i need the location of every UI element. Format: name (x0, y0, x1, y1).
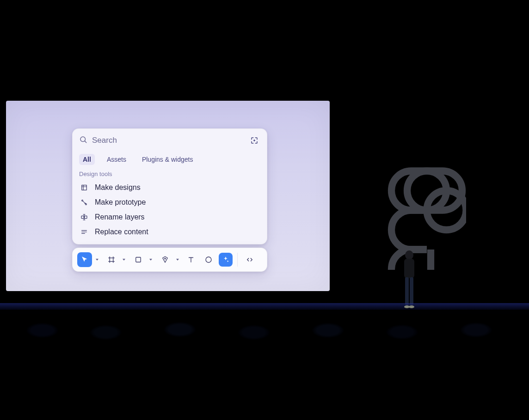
item-make-designs[interactable]: Make designs (76, 180, 263, 195)
actions-tool[interactable] (219, 253, 233, 267)
toolbar (72, 248, 267, 272)
frame-tool-caret[interactable] (120, 252, 126, 267)
search-icon (79, 135, 87, 146)
svg-rect-25 (404, 259, 414, 278)
pen-tool[interactable] (158, 252, 172, 267)
item-label: Make prototype (95, 198, 146, 207)
shape-tool-caret[interactable] (147, 252, 153, 267)
palette-tabs: All Assets Plugins & widgets (73, 151, 267, 170)
dev-mode-tool[interactable] (242, 252, 257, 267)
text-tool[interactable] (184, 252, 198, 267)
command-palette: All Assets Plugins & widgets Design tool… (72, 128, 267, 244)
section-label: Design tools (73, 170, 267, 180)
search-input[interactable] (92, 136, 244, 145)
audience-silhouette (0, 310, 529, 351)
frame-tool[interactable] (104, 252, 119, 267)
move-tool-caret[interactable] (93, 252, 99, 267)
stage-photo: All Assets Plugins & widgets Design tool… (0, 0, 529, 420)
toolbar-divider (237, 253, 238, 267)
item-label: Rename layers (95, 213, 145, 221)
tab-assets[interactable]: Assets (103, 154, 130, 165)
svg-point-20 (165, 258, 166, 259)
svg-rect-4 (82, 185, 87, 190)
tab-all[interactable]: All (79, 154, 95, 165)
comment-tool[interactable] (201, 252, 216, 267)
svg-point-24 (405, 250, 413, 260)
search-row (73, 129, 267, 151)
svg-rect-26 (405, 277, 409, 305)
svg-rect-27 (410, 277, 413, 305)
move-tool[interactable] (77, 252, 92, 267)
item-rename-layers[interactable]: Rename layers (76, 210, 263, 225)
svg-line-1 (85, 141, 86, 142)
palette-items: Make designs Make prototype Rename layer… (73, 180, 267, 244)
item-label: Make designs (95, 183, 141, 192)
item-make-prototype[interactable]: Make prototype (76, 195, 263, 210)
item-replace-content[interactable]: Replace content (76, 225, 263, 239)
frame-icon (80, 184, 88, 191)
shape-tool[interactable] (131, 252, 146, 267)
pen-tool-caret[interactable] (173, 252, 180, 267)
replace-content-icon (80, 228, 88, 236)
prototype-icon (80, 199, 88, 206)
svg-rect-11 (85, 216, 87, 218)
svg-rect-10 (81, 216, 84, 218)
item-label: Replace content (95, 228, 148, 236)
svg-rect-19 (136, 257, 141, 262)
expand-icon[interactable] (248, 134, 260, 146)
rename-icon (80, 213, 88, 221)
tab-plugins-widgets[interactable]: Plugins & widgets (138, 154, 197, 165)
